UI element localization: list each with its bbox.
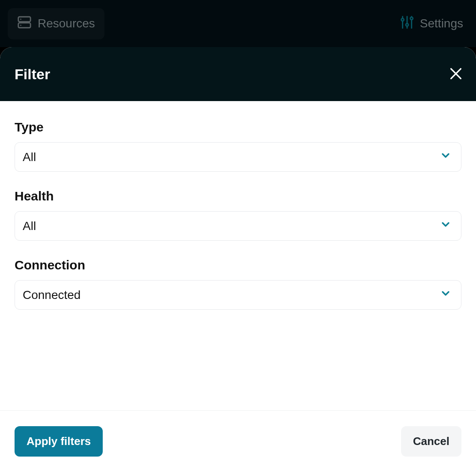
field-connection: Connection Connected: [15, 258, 461, 310]
field-type-label: Type: [15, 120, 461, 134]
close-icon: [449, 76, 463, 82]
chevron-down-icon: [440, 149, 452, 164]
type-select-value: All: [23, 150, 36, 164]
chevron-down-icon: [440, 287, 452, 302]
close-button[interactable]: [449, 66, 463, 82]
field-health-label: Health: [15, 189, 461, 203]
filter-modal: Filter Type All Health: [0, 47, 476, 472]
connection-select-value: Connected: [23, 288, 80, 302]
field-connection-label: Connection: [15, 258, 461, 272]
field-type: Type All: [15, 120, 461, 172]
modal-header: Filter: [0, 47, 476, 101]
health-select-value: All: [23, 219, 36, 233]
modal-body: Type All Health All: [0, 101, 476, 410]
connection-select[interactable]: Connected: [15, 280, 461, 310]
modal-footer: Apply filters Cancel: [0, 410, 476, 472]
apply-filters-button[interactable]: Apply filters: [15, 426, 103, 457]
field-health: Health All: [15, 189, 461, 241]
cancel-button[interactable]: Cancel: [401, 426, 461, 457]
chevron-down-icon: [440, 218, 452, 233]
health-select[interactable]: All: [15, 211, 461, 241]
type-select[interactable]: All: [15, 142, 461, 172]
modal-title: Filter: [15, 66, 50, 83]
